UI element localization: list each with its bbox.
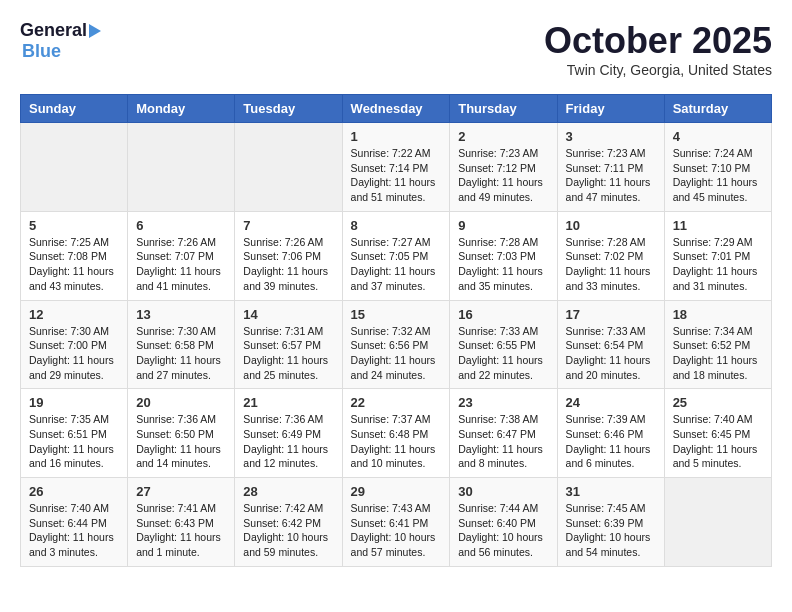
calendar-cell: 17Sunrise: 7:33 AMSunset: 6:54 PMDayligh… xyxy=(557,300,664,389)
day-number: 13 xyxy=(136,307,226,322)
day-info: Sunrise: 7:23 AMSunset: 7:11 PMDaylight:… xyxy=(566,146,656,205)
calendar-cell xyxy=(235,123,342,212)
month-title: October 2025 xyxy=(544,20,772,62)
calendar-week-row: 19Sunrise: 7:35 AMSunset: 6:51 PMDayligh… xyxy=(21,389,772,478)
day-info: Sunrise: 7:36 AMSunset: 6:50 PMDaylight:… xyxy=(136,412,226,471)
calendar-cell: 12Sunrise: 7:30 AMSunset: 7:00 PMDayligh… xyxy=(21,300,128,389)
day-info: Sunrise: 7:35 AMSunset: 6:51 PMDaylight:… xyxy=(29,412,119,471)
calendar-cell: 4Sunrise: 7:24 AMSunset: 7:10 PMDaylight… xyxy=(664,123,771,212)
calendar-week-row: 5Sunrise: 7:25 AMSunset: 7:08 PMDaylight… xyxy=(21,211,772,300)
day-info: Sunrise: 7:28 AMSunset: 7:02 PMDaylight:… xyxy=(566,235,656,294)
day-number: 26 xyxy=(29,484,119,499)
day-number: 2 xyxy=(458,129,548,144)
weekday-header: Tuesday xyxy=(235,95,342,123)
calendar-cell: 20Sunrise: 7:36 AMSunset: 6:50 PMDayligh… xyxy=(128,389,235,478)
weekday-header: Thursday xyxy=(450,95,557,123)
location: Twin City, Georgia, United States xyxy=(544,62,772,78)
day-number: 21 xyxy=(243,395,333,410)
day-number: 20 xyxy=(136,395,226,410)
calendar-cell: 22Sunrise: 7:37 AMSunset: 6:48 PMDayligh… xyxy=(342,389,450,478)
day-info: Sunrise: 7:28 AMSunset: 7:03 PMDaylight:… xyxy=(458,235,548,294)
day-info: Sunrise: 7:33 AMSunset: 6:54 PMDaylight:… xyxy=(566,324,656,383)
day-number: 5 xyxy=(29,218,119,233)
day-number: 30 xyxy=(458,484,548,499)
page-header: General Blue October 2025 Twin City, Geo… xyxy=(20,20,772,78)
day-number: 31 xyxy=(566,484,656,499)
calendar-cell xyxy=(128,123,235,212)
calendar-cell: 14Sunrise: 7:31 AMSunset: 6:57 PMDayligh… xyxy=(235,300,342,389)
day-info: Sunrise: 7:45 AMSunset: 6:39 PMDaylight:… xyxy=(566,501,656,560)
calendar-cell xyxy=(664,478,771,567)
day-number: 12 xyxy=(29,307,119,322)
calendar-cell: 16Sunrise: 7:33 AMSunset: 6:55 PMDayligh… xyxy=(450,300,557,389)
day-number: 14 xyxy=(243,307,333,322)
calendar-cell: 30Sunrise: 7:44 AMSunset: 6:40 PMDayligh… xyxy=(450,478,557,567)
day-info: Sunrise: 7:22 AMSunset: 7:14 PMDaylight:… xyxy=(351,146,442,205)
calendar-cell: 31Sunrise: 7:45 AMSunset: 6:39 PMDayligh… xyxy=(557,478,664,567)
day-number: 24 xyxy=(566,395,656,410)
calendar-week-row: 1Sunrise: 7:22 AMSunset: 7:14 PMDaylight… xyxy=(21,123,772,212)
day-number: 9 xyxy=(458,218,548,233)
day-number: 27 xyxy=(136,484,226,499)
calendar-cell: 2Sunrise: 7:23 AMSunset: 7:12 PMDaylight… xyxy=(450,123,557,212)
calendar-cell: 1Sunrise: 7:22 AMSunset: 7:14 PMDaylight… xyxy=(342,123,450,212)
calendar-cell: 26Sunrise: 7:40 AMSunset: 6:44 PMDayligh… xyxy=(21,478,128,567)
day-number: 25 xyxy=(673,395,763,410)
calendar-cell: 21Sunrise: 7:36 AMSunset: 6:49 PMDayligh… xyxy=(235,389,342,478)
day-info: Sunrise: 7:40 AMSunset: 6:45 PMDaylight:… xyxy=(673,412,763,471)
day-number: 16 xyxy=(458,307,548,322)
day-info: Sunrise: 7:23 AMSunset: 7:12 PMDaylight:… xyxy=(458,146,548,205)
logo-text-general: General xyxy=(20,20,87,41)
calendar-cell: 27Sunrise: 7:41 AMSunset: 6:43 PMDayligh… xyxy=(128,478,235,567)
calendar-cell: 10Sunrise: 7:28 AMSunset: 7:02 PMDayligh… xyxy=(557,211,664,300)
weekday-header: Friday xyxy=(557,95,664,123)
calendar-cell: 28Sunrise: 7:42 AMSunset: 6:42 PMDayligh… xyxy=(235,478,342,567)
calendar-table: SundayMondayTuesdayWednesdayThursdayFrid… xyxy=(20,94,772,567)
logo-triangle-icon xyxy=(89,24,101,38)
weekday-header: Saturday xyxy=(664,95,771,123)
day-number: 17 xyxy=(566,307,656,322)
day-info: Sunrise: 7:41 AMSunset: 6:43 PMDaylight:… xyxy=(136,501,226,560)
day-number: 1 xyxy=(351,129,442,144)
day-info: Sunrise: 7:33 AMSunset: 6:55 PMDaylight:… xyxy=(458,324,548,383)
day-number: 29 xyxy=(351,484,442,499)
weekday-header: Sunday xyxy=(21,95,128,123)
day-number: 18 xyxy=(673,307,763,322)
day-info: Sunrise: 7:31 AMSunset: 6:57 PMDaylight:… xyxy=(243,324,333,383)
weekday-header: Wednesday xyxy=(342,95,450,123)
logo-text-blue: Blue xyxy=(22,41,61,62)
day-number: 10 xyxy=(566,218,656,233)
day-number: 11 xyxy=(673,218,763,233)
day-number: 15 xyxy=(351,307,442,322)
day-number: 7 xyxy=(243,218,333,233)
calendar-cell: 29Sunrise: 7:43 AMSunset: 6:41 PMDayligh… xyxy=(342,478,450,567)
day-number: 23 xyxy=(458,395,548,410)
day-info: Sunrise: 7:30 AMSunset: 6:58 PMDaylight:… xyxy=(136,324,226,383)
calendar-cell: 15Sunrise: 7:32 AMSunset: 6:56 PMDayligh… xyxy=(342,300,450,389)
calendar-cell: 6Sunrise: 7:26 AMSunset: 7:07 PMDaylight… xyxy=(128,211,235,300)
calendar-cell: 25Sunrise: 7:40 AMSunset: 6:45 PMDayligh… xyxy=(664,389,771,478)
day-info: Sunrise: 7:42 AMSunset: 6:42 PMDaylight:… xyxy=(243,501,333,560)
day-info: Sunrise: 7:43 AMSunset: 6:41 PMDaylight:… xyxy=(351,501,442,560)
calendar-cell: 24Sunrise: 7:39 AMSunset: 6:46 PMDayligh… xyxy=(557,389,664,478)
day-info: Sunrise: 7:29 AMSunset: 7:01 PMDaylight:… xyxy=(673,235,763,294)
calendar-cell xyxy=(21,123,128,212)
calendar-header-row: SundayMondayTuesdayWednesdayThursdayFrid… xyxy=(21,95,772,123)
day-info: Sunrise: 7:32 AMSunset: 6:56 PMDaylight:… xyxy=(351,324,442,383)
day-info: Sunrise: 7:39 AMSunset: 6:46 PMDaylight:… xyxy=(566,412,656,471)
calendar-cell: 19Sunrise: 7:35 AMSunset: 6:51 PMDayligh… xyxy=(21,389,128,478)
day-info: Sunrise: 7:38 AMSunset: 6:47 PMDaylight:… xyxy=(458,412,548,471)
day-info: Sunrise: 7:26 AMSunset: 7:07 PMDaylight:… xyxy=(136,235,226,294)
logo: General Blue xyxy=(20,20,101,62)
calendar-week-row: 26Sunrise: 7:40 AMSunset: 6:44 PMDayligh… xyxy=(21,478,772,567)
calendar-cell: 3Sunrise: 7:23 AMSunset: 7:11 PMDaylight… xyxy=(557,123,664,212)
day-number: 19 xyxy=(29,395,119,410)
day-info: Sunrise: 7:34 AMSunset: 6:52 PMDaylight:… xyxy=(673,324,763,383)
day-number: 28 xyxy=(243,484,333,499)
day-number: 8 xyxy=(351,218,442,233)
day-info: Sunrise: 7:30 AMSunset: 7:00 PMDaylight:… xyxy=(29,324,119,383)
day-info: Sunrise: 7:40 AMSunset: 6:44 PMDaylight:… xyxy=(29,501,119,560)
calendar-cell: 5Sunrise: 7:25 AMSunset: 7:08 PMDaylight… xyxy=(21,211,128,300)
calendar-cell: 8Sunrise: 7:27 AMSunset: 7:05 PMDaylight… xyxy=(342,211,450,300)
calendar-cell: 13Sunrise: 7:30 AMSunset: 6:58 PMDayligh… xyxy=(128,300,235,389)
